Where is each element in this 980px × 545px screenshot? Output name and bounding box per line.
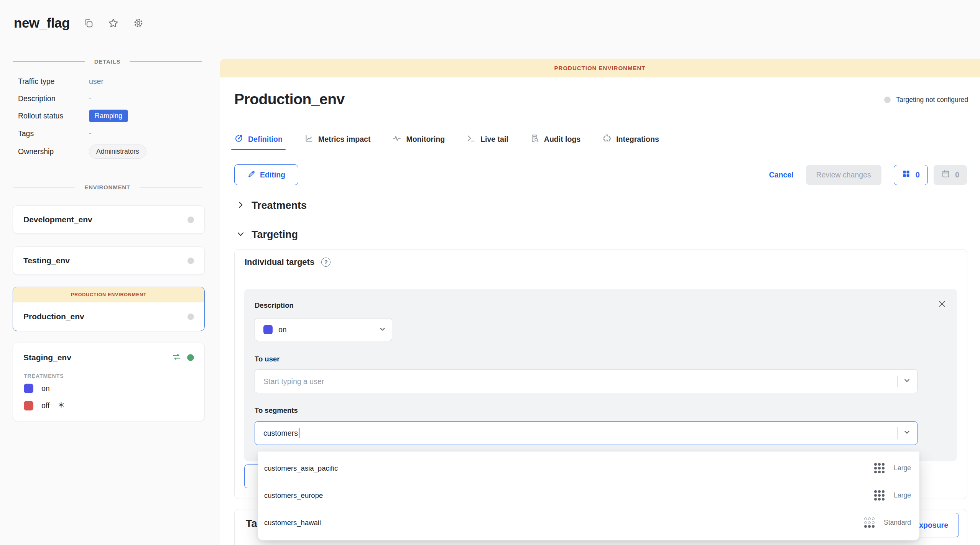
description-label: Description	[255, 301, 294, 310]
detail-label: Tags	[18, 129, 89, 138]
tab-definition[interactable]: Definition	[234, 128, 283, 150]
close-icon[interactable]	[938, 300, 946, 310]
env-card-development[interactable]: Development_env	[13, 205, 205, 234]
segment-size-label: Large	[894, 491, 911, 499]
env-card-staging[interactable]: Staging_env TREATMENTS on off	[13, 343, 205, 421]
env-name: Staging_env	[23, 353, 71, 362]
environment-heading: ENVIRONMENT	[84, 184, 130, 190]
details-section-header: DETAILS	[13, 58, 202, 65]
status-dot-icon	[884, 97, 891, 103]
calendar-icon	[941, 169, 950, 180]
page-title: Production_env	[234, 91, 345, 108]
gear-icon[interactable]	[133, 17, 144, 29]
individual-target-rule: Description on To user Start typing a us…	[244, 289, 957, 461]
page: new_flag DETAILS Traffic type user Descr…	[0, 0, 980, 545]
tab-label: Audit logs	[544, 135, 580, 144]
detail-value: user	[89, 77, 104, 86]
grid-icon	[902, 169, 911, 180]
flag-title: new_flag	[14, 15, 70, 31]
flag-header: new_flag	[14, 15, 144, 31]
treatments-section-label: Treatments	[252, 200, 307, 212]
tab-label: Live tail	[480, 135, 508, 144]
chevron-down-icon[interactable]	[903, 428, 911, 438]
divider-line	[13, 61, 85, 62]
status-dot-icon	[187, 314, 194, 320]
tab-monitoring[interactable]: Monitoring	[392, 128, 445, 150]
details-rows: Traffic type user Description - Rollout …	[18, 75, 198, 159]
detail-row-traffic-type: Traffic type user	[18, 75, 198, 87]
copy-icon[interactable]	[83, 18, 94, 29]
treatments-section-toggle[interactable]: Treatments	[237, 200, 307, 212]
star-icon[interactable]	[108, 18, 119, 29]
divider-line	[140, 187, 202, 187]
targeting-section-toggle[interactable]: Targeting	[237, 229, 298, 241]
tab-label: Monitoring	[406, 135, 445, 144]
env-card-production[interactable]: PRODUCTION ENVIRONMENT Production_env	[13, 287, 205, 331]
default-treatment-asterisk-icon	[58, 401, 65, 410]
env-card-testing[interactable]: Testing_env	[13, 246, 205, 275]
segments-dropdown: customers_asia_pacific Large customers_e…	[258, 451, 919, 540]
segment-option-hawaii[interactable]: customers_hawaii Standard	[258, 509, 919, 536]
segment-option-asia-pacific[interactable]: customers_asia_pacific Large	[258, 455, 919, 482]
production-environment-banner: PRODUCTION ENVIRONMENT	[13, 287, 204, 302]
to-segments-label: To segments	[255, 406, 298, 415]
treatment-on-row: on	[24, 384, 50, 393]
large-segment-grid-icon	[874, 490, 885, 501]
production-environment-banner: PRODUCTION ENVIRONMENT	[220, 59, 980, 77]
detail-label: Ownership	[18, 147, 89, 156]
pulse-icon	[392, 134, 401, 145]
chevron-down-icon[interactable]	[378, 325, 386, 335]
detail-value: -	[89, 129, 92, 138]
env-name: Production_env	[23, 312, 84, 321]
chart-line-icon	[304, 134, 314, 145]
detail-label: Traffic type	[18, 77, 89, 86]
schedule-count: 0	[955, 171, 959, 179]
editing-button[interactable]: Editing	[234, 164, 298, 185]
treatment-select[interactable]: on	[255, 318, 392, 341]
editing-label: Editing	[260, 171, 285, 179]
divider-line	[130, 61, 202, 62]
environment-section-header: ENVIRONMENT	[13, 184, 202, 190]
large-segment-grid-icon	[874, 463, 885, 473]
main-panel: PRODUCTION ENVIRONMENT Production_env Ta…	[220, 59, 980, 545]
pencil-icon	[247, 170, 256, 180]
terminal-icon	[467, 134, 476, 145]
tab-integrations[interactable]: Integrations	[602, 128, 659, 150]
schedule-count-button[interactable]: 0	[934, 165, 967, 185]
to-segments-value: customers	[263, 429, 298, 438]
puzzle-icon	[602, 134, 612, 145]
treatment-on-swatch	[24, 384, 33, 393]
detail-row-rollout-status: Rollout status Ramping	[18, 110, 198, 122]
to-user-placeholder: Start typing a user	[263, 377, 897, 386]
segment-option-europe[interactable]: customers_europe Large	[258, 482, 919, 509]
changes-count: 0	[916, 171, 920, 179]
tab-metrics-impact[interactable]: Metrics impact	[304, 128, 371, 150]
individual-targets-heading-row: Individual targets ?	[245, 257, 331, 267]
env-name: Development_env	[23, 215, 92, 224]
to-segments-input[interactable]: customers	[255, 421, 918, 445]
tabs-divider	[220, 150, 980, 150]
help-icon[interactable]: ?	[321, 258, 331, 267]
tab-label: Metrics impact	[318, 135, 371, 144]
to-user-label: To user	[255, 355, 280, 363]
ownership-pill[interactable]: Administrators	[89, 144, 146, 159]
rollout-status-badge[interactable]: Ramping	[89, 110, 128, 122]
chevron-down-icon[interactable]	[903, 376, 911, 386]
cancel-button[interactable]: Cancel	[769, 171, 794, 179]
next-section-heading-partial: Ta	[246, 518, 257, 530]
detail-row-tags: Tags -	[18, 127, 198, 140]
to-user-input[interactable]: Start typing a user	[255, 369, 918, 393]
tab-live-tail[interactable]: Live tail	[467, 128, 508, 150]
individual-targets-heading: Individual targets	[245, 257, 314, 267]
tab-label: Integrations	[616, 135, 659, 144]
status-dot-icon	[187, 217, 194, 223]
changes-count-button[interactable]: 0	[894, 165, 928, 185]
divider-line	[13, 187, 75, 187]
detail-row-description: Description -	[18, 92, 198, 105]
active-status-dot-icon	[187, 354, 194, 361]
review-changes-button[interactable]: Review changes	[806, 165, 881, 185]
status-dot-icon	[187, 258, 194, 264]
tab-audit-logs[interactable]: Audit logs	[530, 128, 580, 150]
treatment-select-value: on	[278, 325, 373, 334]
toolbar-right: Cancel Review changes 0 0	[769, 164, 967, 185]
